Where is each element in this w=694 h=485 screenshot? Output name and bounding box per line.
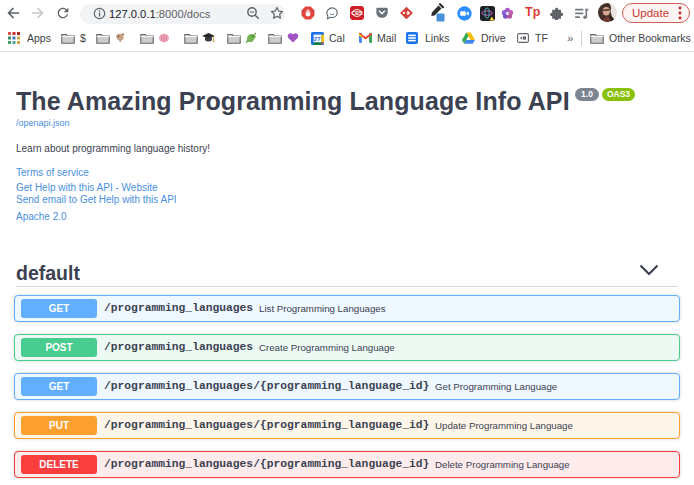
- svg-text:27: 27: [314, 36, 321, 42]
- svg-text:CBS: CBS: [351, 10, 363, 16]
